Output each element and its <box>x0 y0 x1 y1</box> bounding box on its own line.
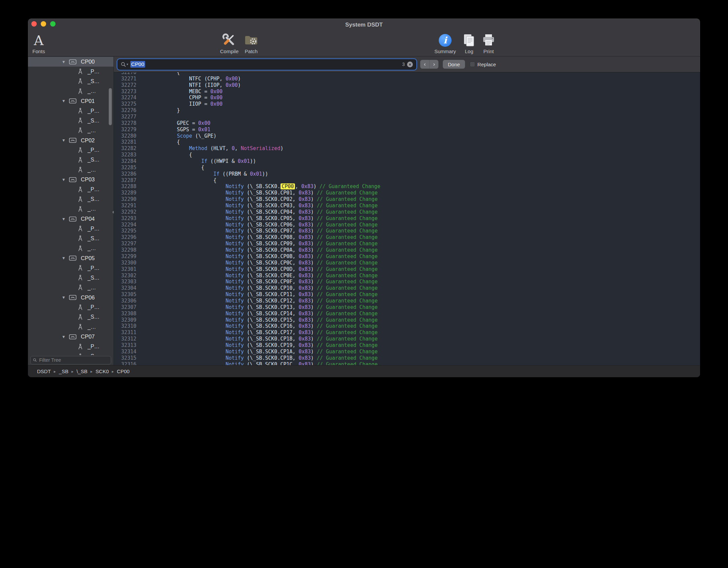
tree-item-method[interactable]: _… <box>28 126 113 135</box>
code-line[interactable]: 32282 Method (HLVT, 0, NotSerialized) <box>114 145 700 152</box>
tree-item-cp02[interactable]: ▼CP02 <box>28 136 113 145</box>
code-line[interactable]: 32271 NTFC (CPHP, 0x00) <box>114 76 700 82</box>
code-line[interactable]: 32272 NTFI (IIOP, 0x00) <box>114 82 700 88</box>
code-line[interactable]: 32274 CPHP = 0x00 <box>114 95 700 101</box>
tree-item-method[interactable]: _S… <box>28 352 113 355</box>
code-line[interactable]: 32285 { <box>114 165 700 171</box>
breadcrumb-item-sb[interactable]: \_SB <box>76 368 88 374</box>
code-line[interactable]: 32300 Notify (\_SB.SCK0.CP0C, 0x83) // G… <box>114 260 700 266</box>
search-menu-chevron-icon[interactable]: ▾ <box>127 63 128 66</box>
tree-item-method[interactable]: _P… <box>28 303 113 312</box>
code-line[interactable]: 32286 If ((PRBM & 0x01)) <box>114 171 700 177</box>
code-line[interactable]: 32313 Notify (\_SB.SCK0.CP19, 0x83) // G… <box>114 342 700 349</box>
tree-item-cp04[interactable]: ▼CP04 <box>28 214 113 224</box>
tree-item-method[interactable]: _S… <box>28 273 113 283</box>
find-next-button[interactable]: › <box>429 60 438 69</box>
replace-checkbox[interactable] <box>470 62 475 67</box>
tree-item-method[interactable]: _P… <box>28 224 113 234</box>
code-line[interactable]: 32289 Notify (\_SB.SCK0.CP01, 0x83) // G… <box>114 190 700 196</box>
find-clear-button[interactable]: × <box>407 62 413 67</box>
code-line[interactable]: 32316 Notify (\_SB.SCK0.CP1C, 0x83) // G… <box>114 361 700 365</box>
filter-field[interactable] <box>30 356 111 364</box>
disclosure-triangle-icon[interactable]: ▼ <box>62 256 68 260</box>
code-line[interactable]: 32293 Notify (\_SB.SCK0.CP05, 0x83) // G… <box>114 215 700 222</box>
breadcrumb-item-sb[interactable]: _SB <box>59 368 68 374</box>
tree-item-cp00[interactable]: ▼CP00 <box>28 57 113 67</box>
code-line[interactable]: 32301 Notify (\_SB.SCK0.CP0D, 0x83) // G… <box>114 266 700 273</box>
code-line[interactable]: 32308 Notify (\_SB.SCK0.CP14, 0x83) // G… <box>114 311 700 317</box>
code-line[interactable]: 32312 Notify (\_SB.SCK0.CP18, 0x83) // G… <box>114 336 700 342</box>
title-bar[interactable]: System DSDT <box>28 19 700 31</box>
tree-item-method[interactable]: _P… <box>28 106 113 116</box>
code-line[interactable]: 32299 Notify (\_SB.SCK0.CP0B, 0x83) // G… <box>114 253 700 260</box>
tree-item-cp06[interactable]: ▼CP06 <box>28 293 113 303</box>
breadcrumb-item-sck0[interactable]: SCK0 <box>96 368 109 374</box>
code-line[interactable]: 32279 SGPS = 0x01 <box>114 127 700 133</box>
code-line[interactable]: 32287 { <box>114 177 700 184</box>
tree-item-method[interactable]: _S… <box>28 312 113 322</box>
tree-item-method[interactable]: _P… <box>28 184 113 194</box>
code-line[interactable]: 32275 IIOP = 0x00 <box>114 101 700 107</box>
code-line[interactable]: 32309 Notify (\_SB.SCK0.CP15, 0x83) // G… <box>114 317 700 323</box>
close-button[interactable] <box>31 21 37 27</box>
code-line[interactable]: 32284 If ((HWPI & 0x01)) <box>114 158 700 165</box>
code-line[interactable]: 32281 { <box>114 139 700 145</box>
toolbar-print-button[interactable]: Print <box>472 32 505 54</box>
breadcrumb-item-dsdt[interactable]: DSDT <box>37 368 51 374</box>
tree-item-cp05[interactable]: ▼CP05 <box>28 253 113 263</box>
tree-item-method[interactable]: _… <box>28 322 113 332</box>
code-line[interactable]: 32283 { <box>114 152 700 158</box>
tree-item-method[interactable]: _… <box>28 165 113 175</box>
code-line[interactable]: 32311 Notify (\_SB.SCK0.CP17, 0x83) // G… <box>114 329 700 336</box>
tree-item-method[interactable]: _… <box>28 204 113 214</box>
code-line[interactable]: 32307 Notify (\_SB.SCK0.CP13, 0x83) // G… <box>114 304 700 311</box>
breadcrumb-item-cp00[interactable]: CP00 <box>117 368 130 374</box>
toolbar-fonts-button[interactable]: AFonts <box>28 32 55 54</box>
code-line[interactable]: 32310 Notify (\_SB.SCK0.CP16, 0x83) // G… <box>114 323 700 329</box>
code-line[interactable]: 32305 Notify (\_SB.SCK0.CP11, 0x83) // G… <box>114 291 700 298</box>
code-line[interactable]: 32314 Notify (\_SB.SCK0.CP1A, 0x83) // G… <box>114 349 700 355</box>
tree-item-method[interactable]: _P… <box>28 342 113 351</box>
disclosure-triangle-icon[interactable]: ▼ <box>62 99 68 103</box>
code-line[interactable]: 32288 Notify (\_SB.SCK0.CP00, 0x83) // G… <box>114 183 700 190</box>
code-line[interactable]: 32270 { <box>114 72 700 76</box>
sidebar-scrollbar[interactable] <box>109 88 112 125</box>
code-line[interactable]: 32291 Notify (\_SB.SCK0.CP03, 0x83) // G… <box>114 203 700 209</box>
find-input[interactable]: ▾ CP00 3 × <box>118 60 416 69</box>
code-line[interactable]: 32277 <box>114 114 700 120</box>
disclosure-triangle-icon[interactable]: ▼ <box>62 177 68 182</box>
toolbar-patch-button[interactable]: Patch <box>235 32 267 54</box>
done-button[interactable]: Done <box>443 60 465 69</box>
filter-tree-input[interactable] <box>38 357 108 363</box>
code-editor[interactable]: 32270 {32271 NTFC (CPHP, 0x00)32272 NTFI… <box>114 72 700 365</box>
code-line[interactable]: 32295 Notify (\_SB.SCK0.CP07, 0x83) // G… <box>114 228 700 234</box>
minimize-button[interactable] <box>41 21 46 27</box>
disclosure-triangle-icon[interactable]: ▼ <box>62 60 68 64</box>
tree-item-method[interactable]: _P… <box>28 145 113 155</box>
tree-item-cp03[interactable]: ▼CP03 <box>28 175 113 184</box>
tree-item-cp01[interactable]: ▼CP01 <box>28 96 113 106</box>
tree-item-method[interactable]: _S… <box>28 155 113 165</box>
code-line[interactable]: 32298 Notify (\_SB.SCK0.CP0A, 0x83) // G… <box>114 247 700 253</box>
disclosure-triangle-icon[interactable]: ▼ <box>62 295 68 300</box>
disclosure-triangle-icon[interactable]: ▼ <box>62 334 68 339</box>
code-line[interactable]: 32303 Notify (\_SB.SCK0.CP0F, 0x83) // G… <box>114 279 700 285</box>
code-line[interactable]: 32306 Notify (\_SB.SCK0.CP12, 0x83) // G… <box>114 298 700 304</box>
tree-item-method[interactable]: _P… <box>28 67 113 76</box>
code-line[interactable]: 32292 Notify (\_SB.SCK0.CP04, 0x83) // G… <box>114 209 700 215</box>
tree-item-cp07[interactable]: ▼CP07 <box>28 332 113 342</box>
tree-item-method[interactable]: _… <box>28 244 113 253</box>
disclosure-triangle-icon[interactable]: ▼ <box>62 138 68 143</box>
find-previous-button[interactable]: ‹ <box>420 60 429 69</box>
disclosure-triangle-icon[interactable]: ▼ <box>62 217 68 221</box>
code-line[interactable]: 32280 Scope (\_GPE) <box>114 133 700 139</box>
code-line[interactable]: 32278 GPEC = 0x00 <box>114 120 700 127</box>
code-line[interactable]: 32294 Notify (\_SB.SCK0.CP06, 0x83) // G… <box>114 222 700 228</box>
tree-item-method[interactable]: _… <box>28 283 113 292</box>
zoom-button[interactable] <box>50 21 56 27</box>
tree-item-method[interactable]: _… <box>28 86 113 96</box>
tree-item-method[interactable]: _S… <box>28 194 113 204</box>
tree-item-method[interactable]: _S… <box>28 76 113 86</box>
tree-item-method[interactable]: _S… <box>28 234 113 243</box>
code-line[interactable]: 32297 Notify (\_SB.SCK0.CP09, 0x83) // G… <box>114 241 700 247</box>
